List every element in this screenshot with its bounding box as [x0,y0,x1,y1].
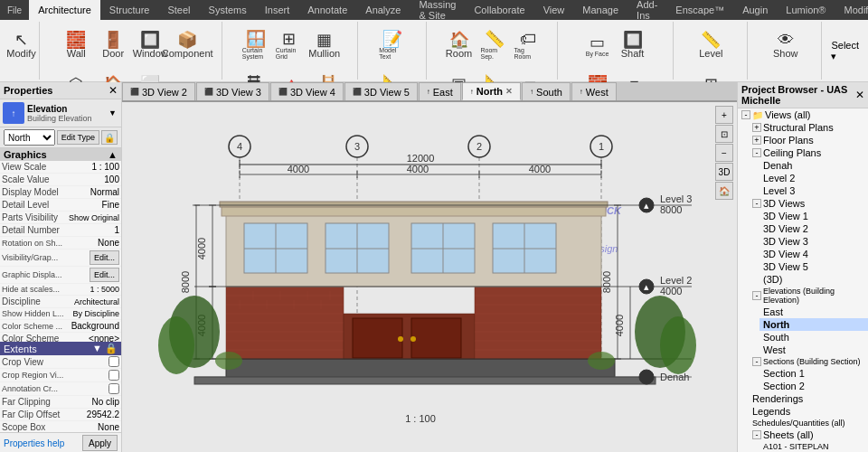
byface-button[interactable]: ▭By Face [581,24,614,67]
tree-sections[interactable]: - Sections (Building Section) [749,356,868,367]
tree-schedules[interactable]: Schedules/Quantities (all) [749,418,868,428]
show-button[interactable]: 👁Show [768,24,804,67]
modify-button[interactable]: ↖ Modify [4,24,40,67]
tab-massing[interactable]: Massing & Site [410,0,465,20]
floor-plans-toggle[interactable]: + [752,136,761,145]
tab-modify[interactable]: Modify [835,0,868,20]
zoom-3d-button[interactable]: 3D [715,163,733,181]
sheets-toggle[interactable]: - [752,430,761,439]
door-button[interactable]: 🚪Door [95,24,131,67]
tree-south[interactable]: South [760,331,868,344]
tab-west[interactable]: ↑ West [571,82,617,100]
tree-3d-view-1[interactable]: 3D View 1 [760,210,868,222]
tab-structure[interactable]: Structure [100,0,159,20]
north-close-button[interactable]: ✕ [505,87,513,96]
tab-annotate[interactable]: Annotate [298,0,356,20]
curtain-system-button[interactable]: 🪟Curtain System [240,24,272,67]
tree-3d[interactable]: (3D) [760,273,868,286]
tab-3d-view-4[interactable]: ⬛ 3D View 4 [270,82,344,100]
shaft-button[interactable]: 🔲Shaft [615,24,651,67]
tab-lumion[interactable]: Lumion® [777,0,835,20]
tab-insert[interactable]: Insert [256,0,299,20]
apply-button[interactable]: Apply [82,435,118,451]
properties-expand-icon[interactable]: ▼ [107,107,118,119]
3d-views-toggle[interactable]: - [752,199,761,208]
tree-sheets[interactable]: - Sheets (all) [749,428,868,441]
tree-level2-plan[interactable]: Level 2 [760,172,868,184]
tab-manage[interactable]: Manage [573,0,627,20]
tree-legends[interactable]: Legends [749,405,868,418]
tree-3d-views[interactable]: - 3D Views [749,197,868,210]
room-button[interactable]: 🏠Room [441,24,477,67]
project-browser-close-button[interactable]: ✕ [855,89,864,101]
tab-3d-view-3[interactable]: ⬛ 3D View 3 [196,82,269,100]
properties-help-link[interactable]: Properties help [4,438,64,448]
tree-ceiling-plans[interactable]: - Ceiling Plans [749,146,868,159]
tab-analyze[interactable]: Analyze [356,0,410,20]
tab-south[interactable]: ↑ South [522,82,571,100]
properties-close-button[interactable]: ✕ [108,84,118,97]
zoom-in-button[interactable]: + [715,106,733,124]
tree-section1[interactable]: Section 1 [760,367,868,380]
tab-3d-view-2[interactable]: ⬛ 3D View 2 [122,82,195,100]
ceiling-plans-toggle[interactable]: - [752,148,761,157]
zoom-out-button[interactable]: − [715,144,733,162]
tree-a101[interactable]: A101 - SITEPLAN [760,441,868,452]
tree-denah[interactable]: Denah [760,159,868,172]
tab-3d-view-5[interactable]: ⬛ 3D View 5 [344,82,418,100]
graphic-edit-button[interactable]: Edit... [90,268,119,282]
crop-region-checkbox[interactable] [108,370,119,381]
tab-collaborate[interactable]: Collaborate [465,0,533,20]
tag-room-button[interactable]: 🏷Tag Room [512,24,544,67]
tree-section2[interactable]: Section 2 [760,380,868,392]
component-button[interactable]: 📦Component [169,24,205,67]
sections-toggle[interactable]: - [752,357,761,366]
view-canvas[interactable]: 4 3 2 1 Q UICK Studio Design 12000 [122,102,737,452]
model-text-button[interactable]: 📝Model Text [376,24,409,67]
tree-elevations[interactable]: - Elevations (Building Elevation) [749,286,868,306]
tree-3d-view-4[interactable]: 3D View 4 [760,248,868,260]
extents-section-header[interactable]: Extents ▼ 🔒 [0,342,121,355]
visibility-edit-button[interactable]: Edit... [90,250,119,265]
tab-file[interactable]: File [0,0,29,20]
tree-3d-view-2[interactable]: 3D View 2 [760,222,868,235]
select-dropdown[interactable]: Select ▾ [826,22,864,80]
edit-type-button[interactable]: Edit Type [57,130,99,145]
tree-3d-view-5[interactable]: 3D View 5 [760,260,868,273]
properties-info-button[interactable]: 🔒 [101,130,118,145]
elevations-toggle[interactable]: - [752,291,761,300]
graphics-section-header[interactable]: Graphics ▲ [0,148,121,161]
tab-augin[interactable]: Augin [733,0,777,20]
tree-west[interactable]: West [760,344,868,356]
tree-structural-plans[interactable]: + Structural Plans [749,121,868,134]
tree-floor-plans[interactable]: + Floor Plans [749,134,868,146]
elevation-select[interactable]: North [4,129,55,146]
prop-discipline: Discipline Architectural [0,296,121,308]
zoom-fit-button[interactable]: ⊡ [715,125,733,143]
tab-systems[interactable]: Systems [200,0,256,20]
curtain-grid-button[interactable]: ⊞Curtain Grid [273,24,306,67]
wall-button[interactable]: 🧱Wall [58,24,94,67]
tab-view[interactable]: View [534,0,574,20]
structural-toggle[interactable]: + [752,123,761,132]
tab-architecture[interactable]: Architecture [29,0,100,20]
annotation-crop-checkbox[interactable] [108,383,119,394]
zoom-home-button[interactable]: 🏠 [715,182,733,200]
tree-3d-view-3[interactable]: 3D View 3 [760,235,868,248]
tab-steel[interactable]: Steel [158,0,199,20]
mullion-button[interactable]: ▦Mullion [307,24,343,67]
tree-level3-plan[interactable]: Level 3 [760,184,868,197]
window-button[interactable]: 🔲Window [132,24,168,67]
tree-views-all[interactable]: - 📁 Views (all) [738,108,868,121]
tree-east[interactable]: East [760,306,868,318]
room-separator-button[interactable]: 📏Room Sep. [478,24,511,67]
tab-north[interactable]: ↑ North ✕ [462,82,521,100]
tree-north[interactable]: North [760,318,868,331]
views-all-toggle[interactable]: - [741,110,750,119]
tab-east[interactable]: ↑ East [419,82,461,100]
crop-view-checkbox[interactable] [108,356,119,367]
level-button[interactable]: 📏Level [693,24,729,67]
tree-renderings[interactable]: Renderings [749,392,868,405]
tab-enscape[interactable]: Enscape™ [666,0,733,20]
tab-addins[interactable]: Add-Ins [627,0,666,20]
